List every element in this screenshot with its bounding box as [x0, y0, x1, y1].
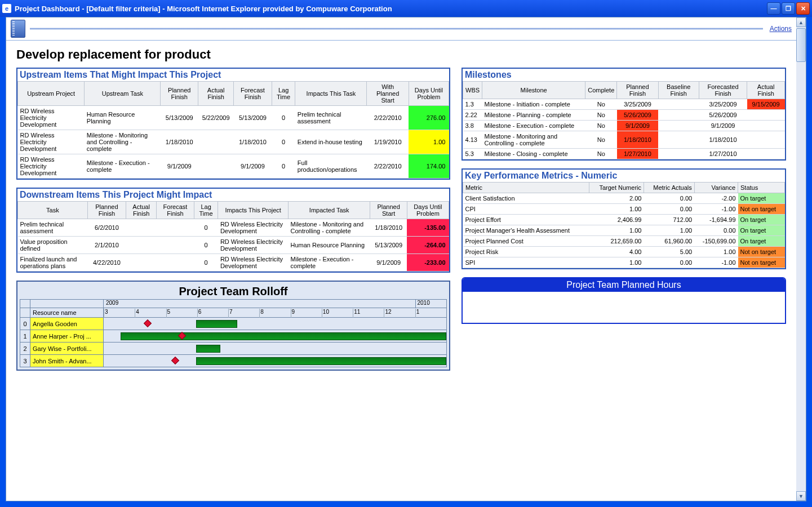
rolloff-year-left: 2009 [105, 300, 415, 308]
table-row[interactable]: 1.3Milestone - Initiation - completeNo3/… [463, 99, 785, 110]
vertical-scrollbar[interactable]: ▲ ▼ [796, 17, 806, 501]
column-header: WBS [463, 82, 482, 99]
table-row[interactable]: Project Manager's Health Assessment1.001… [463, 225, 785, 236]
resource-name: Anne Harper - Proj ... [30, 330, 104, 343]
page-header-strip: Actions [6, 17, 796, 41]
metrics-title: Key Performance Metrics - Numeric [463, 170, 785, 182]
days-until-problem: 174.00 [409, 154, 449, 179]
table-row[interactable]: Project Risk4.005.001.00Not on target [463, 247, 785, 257]
gantt-bar [196, 357, 446, 365]
column-header: Lag Time [272, 82, 295, 106]
status-cell: Not on target [738, 247, 785, 257]
column-header: Forecast Finish [157, 202, 194, 219]
upstream-title: Upstream Items That Might Impact This Pr… [17, 69, 449, 81]
rolloff-row[interactable]: 1Anne Harper - Proj ... [20, 330, 447, 343]
column-header: Days Until Problem [409, 82, 449, 106]
column-header: Lag Time [194, 202, 218, 219]
column-header: Task [18, 202, 88, 219]
table-row[interactable]: RD Wireless Electricity DevelopmentMiles… [18, 154, 449, 179]
milestone-diamond [171, 357, 179, 364]
table-row[interactable]: 2.22Milestone - Planning - completeNo5/2… [463, 110, 785, 121]
resource-name: Angella Gooden [30, 318, 104, 330]
column-header: Status [738, 183, 785, 193]
table-row[interactable]: 4.13Milestone - Monitoring and Controlli… [463, 131, 785, 149]
milestone-diamond [144, 319, 152, 327]
table-row[interactable]: Prelim technical assessment6/2/20100RD W… [18, 219, 449, 237]
rolloff-row[interactable]: 2Gary Wise - Portfoli... [20, 343, 447, 355]
rolloff-resource-header: Resource name [30, 308, 104, 318]
table-row[interactable]: Project Planned Cost212,659.0061,960.00-… [463, 236, 785, 247]
status-cell: Not on target [738, 204, 785, 215]
month-tick: 4 [135, 309, 166, 318]
column-header: Actual Finish [198, 82, 234, 106]
status-cell: On target [738, 236, 785, 247]
table-row[interactable]: RD Wireless Electricity DevelopmentMiles… [18, 130, 449, 154]
table-row[interactable]: Project Effort2,406.99712.00-1,694.99On … [463, 215, 785, 225]
planned-hours-panel: Project Team Planned Hours [462, 277, 786, 324]
table-row[interactable]: Value proposition defined2/1/20100RD Wir… [18, 237, 449, 254]
column-header: Impacts This Project [218, 202, 289, 219]
rolloff-year-right: 2010 [415, 300, 446, 308]
upstream-panel: Upstream Items That Might Impact This Pr… [16, 68, 450, 180]
rolloff-title: Project Team Rolloff [20, 284, 447, 299]
scroll-down-arrow[interactable]: ▼ [796, 491, 806, 501]
column-header: Forecasted Finish [699, 82, 747, 99]
days-until-problem: 1.00 [409, 130, 449, 154]
scroll-track[interactable] [796, 62, 806, 491]
table-row[interactable]: RD Wireless Electricity DevelopmentHuman… [18, 106, 449, 130]
gantt-bar [196, 320, 237, 328]
status-cell: On target [738, 225, 785, 236]
rolloff-row[interactable]: 3John Smith - Advan... [20, 355, 447, 367]
table-row[interactable]: Finalized launch and operations plans4/2… [18, 254, 449, 272]
milestones-panel: Milestones WBSMilestoneCompletePlanned F… [462, 68, 786, 161]
column-header: Milestone [482, 82, 585, 99]
planned-hours-body [463, 292, 785, 323]
days-until-problem: 276.00 [409, 106, 449, 130]
minimize-button[interactable]: — [767, 2, 780, 15]
metrics-table: MetricTarget NumericMetric ActualsVarian… [463, 182, 785, 268]
month-tick: 8 [259, 309, 290, 318]
rolloff-row[interactable]: 0Angella Gooden [20, 318, 447, 330]
table-row[interactable]: Client Satisfaction2.000.00-2.00On targe… [463, 193, 785, 204]
month-tick: 7 [228, 309, 259, 318]
column-header: Upstream Task [85, 82, 161, 106]
close-button[interactable]: ✕ [796, 2, 810, 15]
column-header: Actual Finish [126, 202, 157, 219]
column-header: Metric [463, 183, 589, 193]
column-header: Variance [694, 183, 738, 193]
table-row[interactable]: SPI1.000.00-1.00Not on target [463, 257, 785, 268]
days-until-problem: -233.00 [407, 254, 449, 272]
column-header: Impacts This Task [295, 82, 367, 106]
month-tick: 12 [384, 309, 415, 318]
column-header: Baseline Finish [658, 82, 699, 99]
gantt-bar [121, 332, 446, 340]
window-title: Project Dashboard - [Default filter crit… [15, 5, 767, 13]
gantt-bar [196, 345, 220, 353]
status-cell: Not on target [738, 257, 785, 268]
month-tick: 5 [166, 309, 197, 318]
column-header: Upstream Project [18, 82, 85, 106]
scroll-up-arrow[interactable]: ▲ [796, 17, 806, 27]
status-cell: On target [738, 215, 785, 225]
ie-icon: e [2, 4, 11, 13]
maximize-button[interactable]: ❐ [782, 2, 795, 15]
month-tick: 11 [353, 309, 384, 318]
actions-link[interactable]: Actions [770, 25, 792, 33]
status-cell: On target [738, 193, 785, 204]
notebook-icon [11, 20, 25, 38]
page-title: Develop replacement for product [16, 47, 786, 62]
table-row[interactable]: 3.8Milestone - Execution - completeNo9/1… [463, 121, 785, 131]
column-header: Impacted Task [289, 202, 370, 219]
column-header: Planned Finish [161, 82, 198, 106]
days-until-problem: -264.00 [407, 237, 449, 254]
days-until-problem: -135.00 [407, 219, 449, 237]
table-row[interactable]: 5.3Milestone - Closing - completeNo1/27/… [463, 149, 785, 159]
downstream-table: TaskPlanned FinishActual FinishForecast … [17, 201, 449, 272]
month-tick: 10 [322, 309, 353, 318]
table-row[interactable]: CPI1.000.00-1.00Not on target [463, 204, 785, 215]
scroll-thumb[interactable] [796, 28, 806, 62]
header-rule [30, 28, 763, 30]
milestones-title: Milestones [463, 69, 785, 81]
column-header: Actual Finish [747, 82, 785, 99]
month-tick: 3 [104, 309, 135, 318]
